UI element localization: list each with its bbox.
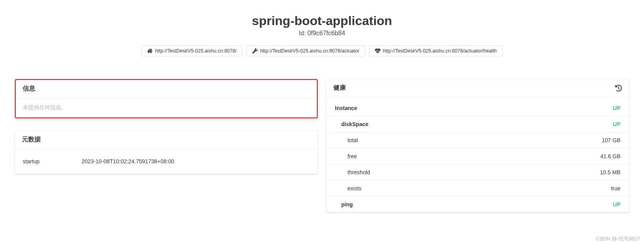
health-row: total107 GB bbox=[326, 132, 629, 148]
health-row: InstanceUP bbox=[326, 97, 629, 116]
metadata-card-header: 元数据 bbox=[15, 131, 318, 149]
metadata-key: startup bbox=[23, 158, 82, 164]
home-icon bbox=[147, 48, 153, 54]
health-row: existstrue bbox=[326, 180, 629, 196]
content-area: 信息 未提供任何信息。 元数据 startup 2023-10-08T10:02… bbox=[0, 64, 644, 220]
health-row-label: exists bbox=[347, 185, 362, 192]
url-home-text: http://TestDeskV5-025.aishu.cn:8078/ bbox=[155, 48, 236, 54]
info-card-title: 信息 bbox=[23, 85, 35, 93]
health-card: 健康 InstanceUPdiskSpaceUPtotal107 GBfree4… bbox=[326, 79, 629, 212]
health-card-header: 健康 bbox=[326, 79, 629, 97]
right-column: 健康 InstanceUPdiskSpaceUPtotal107 GBfree4… bbox=[326, 79, 629, 212]
url-health-button[interactable]: http://TestDeskV5-025.aishu.cn:8078/actu… bbox=[369, 45, 502, 56]
health-row: pingUP bbox=[326, 196, 629, 212]
metadata-card-title: 元数据 bbox=[22, 136, 41, 144]
url-health-text: http://TestDeskV5-025.aishu.cn:8078/actu… bbox=[383, 48, 497, 54]
health-row-label: Instance bbox=[335, 105, 357, 111]
health-row-label: diskSpace bbox=[341, 121, 368, 127]
health-row-label: threshold bbox=[347, 169, 370, 175]
url-button-group: http://TestDeskV5-025.aishu.cn:8078/ htt… bbox=[0, 45, 644, 56]
url-actuator-button[interactable]: http://TestDeskV5-025.aishu.cn:8078/actu… bbox=[246, 45, 365, 56]
health-row: threshold10.5 MB bbox=[326, 164, 629, 180]
health-row: diskSpaceUP bbox=[326, 116, 629, 132]
health-row-value: 10.5 MB bbox=[600, 169, 620, 175]
health-row-value: true bbox=[611, 185, 620, 192]
health-row-value: 41.6 GB bbox=[600, 153, 620, 159]
health-row-value: UP bbox=[613, 201, 620, 208]
page-header: spring-boot-application Id: 0f9c67fc6b84… bbox=[0, 0, 644, 64]
health-row: free41.6 GB bbox=[326, 148, 629, 164]
health-row-label: ping bbox=[341, 201, 353, 208]
metadata-card-body: startup 2023-10-08T10:02:24.7591738+08:0… bbox=[15, 149, 318, 174]
health-row-label: total bbox=[347, 137, 358, 143]
info-card-header: 信息 bbox=[16, 80, 317, 98]
wrench-icon bbox=[252, 48, 258, 54]
health-card-title: 健康 bbox=[333, 84, 346, 92]
metadata-value: 2023-10-08T10:02:24.7591738+08:00 bbox=[82, 158, 174, 164]
url-home-button[interactable]: http://TestDeskV5-025.aishu.cn:8078/ bbox=[141, 45, 242, 56]
health-table: InstanceUPdiskSpaceUPtotal107 GBfree41.6… bbox=[326, 97, 629, 212]
health-row-value: UP bbox=[613, 121, 620, 127]
info-card: 信息 未提供任何信息。 bbox=[15, 79, 318, 118]
health-row-value: UP bbox=[613, 105, 620, 111]
app-id: Id: 0f9c67fc6b84 bbox=[0, 30, 644, 37]
app-title: spring-boot-application bbox=[0, 14, 644, 28]
info-empty-text: 未提供任何信息。 bbox=[23, 104, 67, 110]
metadata-card: 元数据 startup 2023-10-08T10:02:24.7591738+… bbox=[15, 131, 318, 174]
info-card-body: 未提供任何信息。 bbox=[16, 98, 317, 117]
heartbeat-icon bbox=[375, 48, 380, 54]
health-row-value: 107 GB bbox=[602, 137, 620, 143]
history-icon[interactable] bbox=[615, 85, 622, 92]
metadata-row: startup 2023-10-08T10:02:24.7591738+08:0… bbox=[22, 155, 311, 168]
url-actuator-text: http://TestDeskV5-025.aishu.cn:8078/actu… bbox=[260, 48, 359, 54]
left-column: 信息 未提供任何信息。 元数据 startup 2023-10-08T10:02… bbox=[15, 79, 318, 174]
health-row-label: free bbox=[347, 153, 357, 159]
